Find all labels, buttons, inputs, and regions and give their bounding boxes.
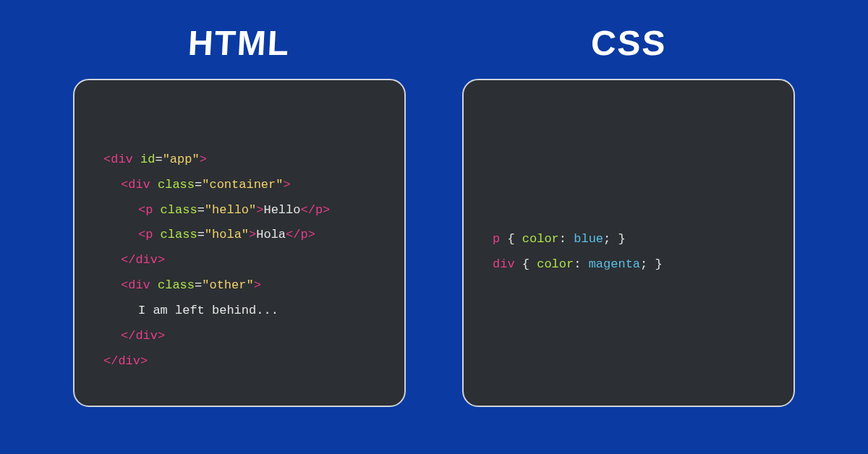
html-code-block: <div id="app"> <div class="container"> <… — [103, 122, 378, 399]
val-container: "container" — [202, 178, 283, 192]
tag-p: p — [145, 203, 153, 217]
attr-class: class — [161, 228, 197, 241]
val-magenta: magenta — [589, 257, 640, 271]
val-hello: "hello" — [205, 203, 256, 217]
text-hello: Hello — [263, 203, 300, 217]
tag-div: div — [128, 278, 150, 292]
css-code-block: p { color: blue; } div { color: magenta;… — [493, 202, 767, 302]
html-column: HTML <div id="app"> <div class="containe… — [62, 23, 417, 407]
tag-div-close: div — [118, 354, 140, 368]
val-app: "app" — [163, 153, 200, 166]
text-left-behind: I am left behind... — [138, 304, 278, 317]
tag-p-close: p — [315, 203, 323, 217]
attr-class: class — [158, 278, 195, 292]
attr-id: id — [140, 153, 155, 166]
css-column: CSS p { color: blue; } div { color: mage… — [451, 23, 806, 407]
tag-p: p — [145, 228, 153, 241]
tag-div: div — [128, 178, 150, 192]
attr-class: class — [158, 178, 195, 192]
val-other: "other" — [202, 278, 253, 292]
val-blue: blue — [574, 232, 603, 246]
tag-p-close: p — [300, 228, 307, 241]
selector-div: div — [493, 257, 515, 271]
prop-color: color — [537, 257, 574, 271]
selector-p: p — [493, 232, 500, 246]
tag-div-close: div — [135, 253, 158, 267]
html-heading: HTML — [187, 23, 292, 63]
prop-color: color — [522, 232, 559, 246]
css-heading: CSS — [590, 23, 668, 63]
text-hola: Hola — [256, 228, 286, 241]
tag-div: div — [111, 153, 133, 166]
css-code-panel: p { color: blue; } div { color: magenta;… — [462, 79, 795, 407]
html-code-panel: <div id="app"> <div class="container"> <… — [73, 79, 406, 407]
tag-div-close: div — [135, 329, 158, 343]
val-hola: "hola" — [205, 228, 249, 241]
attr-class: class — [161, 203, 197, 217]
